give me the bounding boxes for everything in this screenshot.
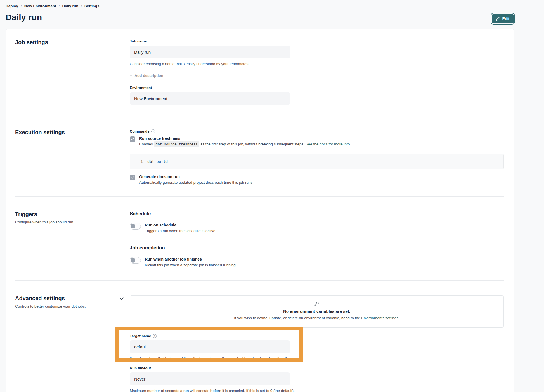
generate-docs-label: Generate docs on run (139, 174, 252, 179)
target-name-highlight-box: Target name ? default If you have logic … (115, 327, 303, 362)
execution-settings-heading: Execution settings (15, 129, 119, 136)
breadcrumb-environment[interactable]: New Environment (24, 4, 56, 8)
chevron-down-icon[interactable] (120, 297, 124, 300)
inline-code-chip: dbt source freshness (154, 141, 200, 147)
edit-button-label: Edit (502, 16, 510, 21)
pencil-icon (496, 17, 500, 21)
run-on-schedule-row: Run on schedule Triggers a run when the … (130, 223, 504, 233)
run-when-job-finishes-label: Run when another job finishes (145, 257, 236, 261)
add-description-label: Add description (134, 74, 163, 78)
job-name-label: Job name (130, 39, 504, 43)
breadcrumb-job[interactable]: Daily run (62, 4, 79, 8)
env-vars-desc: If you wish to define, update, or delete… (136, 316, 498, 320)
code-command: dbt build (147, 159, 168, 164)
environments-settings-link[interactable]: Environments settings (361, 316, 398, 320)
check-icon (131, 138, 134, 141)
code-line-number: 1 (130, 159, 143, 164)
triggers-section: Triggers Configure when this job should … (15, 197, 504, 280)
breadcrumb-settings: Settings (84, 4, 99, 8)
job-name-input[interactable]: Daily run (130, 46, 290, 58)
generate-docs-checkbox[interactable] (130, 175, 135, 180)
env-vars-title: No environment variables are set. (136, 309, 498, 314)
breadcrumb: Deploy / New Environment / Daily run / S… (6, 4, 514, 8)
environment-variables-box: No environment variables are set. If you… (130, 295, 504, 328)
run-timeout-label: Run timeout (130, 366, 504, 370)
triggers-desc: Configure when this job should run. (15, 220, 119, 224)
plus-icon: + (130, 73, 132, 78)
run-when-job-finishes-row: Run when another job finishes Kickoff th… (130, 257, 504, 267)
advanced-settings-section: Advanced settings Controls to better cus… (15, 281, 504, 392)
generate-docs-desc: Automatically generate updated project d… (139, 180, 252, 185)
run-on-schedule-toggle[interactable] (130, 223, 141, 230)
triggers-heading: Triggers (15, 211, 119, 218)
breadcrumb-separator: / (59, 4, 60, 8)
run-when-job-finishes-desc: Kickoff this job when a separate job is … (145, 263, 236, 267)
run-source-freshness-checkbox[interactable] (130, 136, 135, 142)
run-source-freshness-desc: Enables dbt source freshness as the firs… (139, 142, 351, 146)
target-name-label: Target name (130, 334, 151, 338)
job-completion-heading: Job completion (130, 245, 504, 251)
edit-button-focus-ring: Edit (491, 13, 515, 25)
commands-code-editor[interactable]: 1 dbt build (130, 154, 504, 169)
run-on-schedule-label: Run on schedule (145, 223, 216, 227)
job-settings-section: Job settings Job name Daily run Consider… (15, 29, 504, 116)
target-name-help-icon[interactable]: ? (153, 334, 157, 338)
generate-docs-row: Generate docs on run Automatically gener… (130, 174, 504, 185)
job-name-helper: Consider choosing a name that's easily u… (130, 61, 504, 67)
breadcrumb-separator: / (21, 4, 22, 8)
target-name-input[interactable]: default (130, 340, 290, 353)
breadcrumb-deploy[interactable]: Deploy (6, 4, 18, 8)
page-title: Daily run (6, 13, 514, 22)
run-timeout-input[interactable]: Never (130, 372, 290, 385)
advanced-settings-heading: Advanced settings (15, 295, 119, 302)
run-when-job-finishes-toggle[interactable] (130, 257, 141, 264)
commands-help-icon[interactable]: ? (151, 129, 155, 133)
run-source-freshness-label: Run source freshness (139, 136, 351, 141)
edit-button[interactable]: Edit (492, 14, 514, 23)
execution-settings-section: Execution settings Commands ? Run source… (15, 116, 504, 196)
add-description-button[interactable]: + Add description (130, 73, 504, 78)
top-bar: Deploy / New Environment / Daily run / S… (0, 0, 544, 22)
run-timeout-helper: Maximum number of seconds a run will exe… (130, 388, 295, 392)
commands-label: Commands (130, 129, 150, 133)
key-icon (136, 301, 498, 307)
advanced-settings-desc: Controls to better customize your dbt jo… (15, 304, 119, 308)
environment-input[interactable]: New Environment (130, 92, 290, 105)
breadcrumb-separator: / (81, 4, 82, 8)
docs-link[interactable]: See the docs for more info. (306, 142, 351, 146)
job-settings-heading: Job settings (15, 39, 119, 46)
settings-card: Job settings Job name Daily run Consider… (6, 29, 514, 392)
environment-label: Environment (130, 86, 504, 90)
run-source-freshness-row: Run source freshness Enables dbt source … (130, 136, 504, 146)
target-name-helper: If you have logic that behaves different… (130, 356, 290, 358)
check-icon (131, 176, 134, 179)
schedule-heading: Schedule (130, 211, 504, 217)
run-on-schedule-desc: Triggers a run when the schedule is acti… (145, 229, 216, 233)
